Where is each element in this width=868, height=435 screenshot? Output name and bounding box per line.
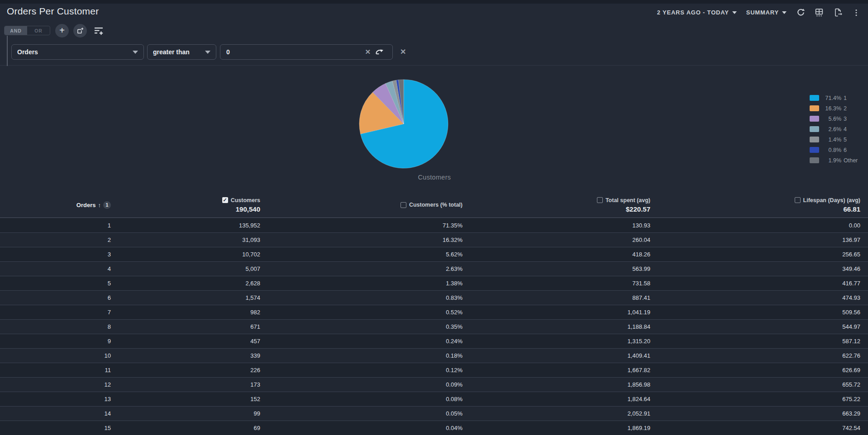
checked-checkbox[interactable]: ✓ <box>222 197 228 203</box>
table-row[interactable]: 86710.35%1,188.84544.97 <box>0 319 868 334</box>
and-toggle[interactable]: AND <box>5 26 27 35</box>
table-row[interactable]: 231,09316.32%260.04136.97 <box>0 232 868 247</box>
legend-swatch <box>810 157 819 163</box>
add-filter-button[interactable]: + <box>55 24 69 38</box>
cell-lifespan-days-avg: 474.93 <box>650 294 868 301</box>
legend-swatch <box>810 105 819 111</box>
page-title: Orders Per Customer <box>7 6 99 17</box>
legend-item-4[interactable]: 2.6%4 <box>810 126 858 132</box>
cell-orders: 12 <box>0 381 111 388</box>
filter-value-input[interactable]: 0 ✕ <box>220 44 393 60</box>
cell-customers: 31,093 <box>111 236 260 243</box>
refresh-icon[interactable] <box>796 8 805 17</box>
legend: 71.4%116.3%25.6%32.6%41.4%50.8%61.9%Othe… <box>810 95 858 163</box>
legend-swatch <box>810 147 819 153</box>
cell-total-spent-avg: 1,869.19 <box>463 425 650 431</box>
table-row[interactable]: 1135,95271.35%130.930.00 <box>0 218 868 232</box>
cell-customers-pct-total: 2.63% <box>260 265 463 272</box>
cell-lifespan-days-avg: 742.54 <box>650 425 868 431</box>
pie-chart[interactable] <box>357 77 450 170</box>
unchecked-checkbox[interactable] <box>401 202 406 208</box>
cell-total-spent-avg: 260.04 <box>463 236 650 243</box>
date-range-button[interactable]: 2 YEARS AGO - TODAY <box>657 9 737 16</box>
remove-filter-icon[interactable]: ✕ <box>400 47 406 56</box>
or-toggle[interactable]: OR <box>27 26 50 35</box>
cell-lifespan-days-avg: 256.65 <box>650 251 868 258</box>
filter-field-select[interactable]: Orders <box>11 44 144 60</box>
legend-item-2[interactable]: 16.3%2 <box>810 105 858 111</box>
table-header-row: Orders↑1✓Customers190,540Customers (% to… <box>0 192 868 218</box>
legend-item-3[interactable]: 5.6%3 <box>810 116 858 122</box>
legend-swatch <box>810 95 819 101</box>
kebab-menu-icon[interactable] <box>852 8 861 17</box>
cell-orders: 1 <box>0 222 111 229</box>
cell-orders: 15 <box>0 425 111 431</box>
clear-input-icon[interactable]: ✕ <box>365 45 371 59</box>
legend-item-other[interactable]: 1.9%Other <box>810 157 858 163</box>
table-row[interactable]: 14990.05%2,052.91663.29 <box>0 406 868 421</box>
cell-customers: 10,702 <box>111 251 260 258</box>
legend-item-5[interactable]: 1.4%5 <box>810 137 858 142</box>
table-row[interactable]: 310,7025.62%418.26256.65 <box>0 247 868 261</box>
table-row[interactable]: 52,6281.38%731.58416.77 <box>0 276 868 290</box>
cell-customers: 5,007 <box>111 265 260 272</box>
legend-label: 2.6%4 <box>824 126 847 132</box>
cell-orders: 14 <box>0 410 111 417</box>
table-row[interactable]: 15690.04%1,869.19742.54 <box>0 421 868 435</box>
add-group-icon <box>76 27 84 34</box>
cell-customers-pct-total: 0.18% <box>260 352 463 359</box>
export-icon[interactable] <box>833 8 842 17</box>
cell-total-spent-avg: 2,052.91 <box>463 410 650 417</box>
cell-orders: 13 <box>0 396 111 402</box>
filter-operator-select[interactable]: greater than <box>147 44 216 60</box>
redo-icon[interactable] <box>375 45 384 59</box>
cell-lifespan-days-avg: 0.00 <box>650 222 868 229</box>
legend-label: 1.9%Other <box>824 157 858 164</box>
table-row[interactable]: 103390.18%1,409.41622.76 <box>0 348 868 363</box>
legend-item-1[interactable]: 71.4%1 <box>810 95 858 101</box>
table-row[interactable]: 94570.24%1,315.20587.12 <box>0 334 868 348</box>
column-header-customers[interactable]: ✓Customers190,540 <box>111 192 260 218</box>
filter-section: AND OR + Orders gre <box>0 21 868 66</box>
cell-customers-pct-total: 16.32% <box>260 236 463 243</box>
cell-customers: 671 <box>111 323 260 330</box>
and-or-toggle[interactable]: AND OR <box>4 26 50 35</box>
filter-value-text: 0 <box>220 48 230 56</box>
table-row[interactable]: 61,5740.83%887.41474.93 <box>0 290 868 305</box>
column-label: Total spent (avg) <box>606 197 650 203</box>
cell-customers-pct-total: 0.35% <box>260 323 463 330</box>
column-header-orders[interactable]: Orders↑1 <box>0 192 111 218</box>
filter-operator-value: greater than <box>148 48 190 56</box>
cell-customers: 1,574 <box>111 294 260 301</box>
cell-lifespan-days-avg: 655.72 <box>650 381 868 388</box>
filter-list-add-icon[interactable] <box>93 25 104 36</box>
table-row[interactable]: 121730.09%1,856.98655.72 <box>0 377 868 392</box>
unchecked-checkbox[interactable] <box>795 197 801 203</box>
unchecked-checkbox[interactable] <box>597 197 603 203</box>
cell-customers: 2,628 <box>111 280 260 287</box>
view-mode-button[interactable]: SUMMARY <box>746 9 787 16</box>
column-header-lifespan-days-avg-[interactable]: Lifespan (Days) (avg)66.81 <box>650 192 868 218</box>
legend-item-6[interactable]: 0.8%6 <box>810 147 858 153</box>
table-row[interactable]: 131520.08%1,824.64675.22 <box>0 392 868 406</box>
column-header-customers-total-[interactable]: Customers (% total) <box>260 192 463 218</box>
filter-field-value: Orders <box>12 48 38 56</box>
table-row[interactable]: 112260.12%1,667.82626.69 <box>0 363 868 377</box>
cell-total-spent-avg: 887.41 <box>463 294 650 301</box>
cell-total-spent-avg: 731.58 <box>463 280 650 287</box>
add-group-button[interactable] <box>73 24 87 38</box>
table-row[interactable]: 79820.52%1,041.19509.56 <box>0 305 868 319</box>
table-grid-icon[interactable] <box>815 8 824 17</box>
cell-lifespan-days-avg: 509.56 <box>650 309 868 316</box>
cell-customers: 152 <box>111 396 260 402</box>
cell-orders: 4 <box>0 265 111 272</box>
legend-label: 16.3%2 <box>824 105 847 112</box>
cell-lifespan-days-avg: 544.97 <box>650 323 868 330</box>
table-row[interactable]: 45,0072.63%563.99349.46 <box>0 261 868 276</box>
cell-lifespan-days-avg: 136.97 <box>650 236 868 243</box>
summary-table: Orders↑1✓Customers190,540Customers (% to… <box>0 192 868 435</box>
column-label-line: Customers (% total) <box>401 202 463 208</box>
cell-total-spent-avg: 130.93 <box>463 222 650 229</box>
cell-customers: 457 <box>111 338 260 345</box>
column-header-total-spent-avg-[interactable]: Total spent (avg)$220.57 <box>463 192 650 218</box>
